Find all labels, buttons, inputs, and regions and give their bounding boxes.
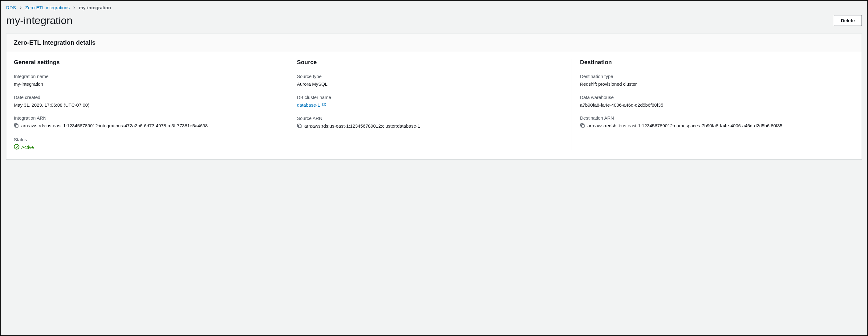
breadcrumb: RDS Zero-ETL integrations my-integration — [6, 4, 862, 15]
integration-name-field: Integration name my-integration — [14, 74, 279, 88]
details-columns: General settings Integration name my-int… — [6, 52, 862, 159]
source-heading: Source — [297, 59, 562, 66]
source-type-label: Source type — [297, 74, 562, 79]
breadcrumb-level1-link[interactable]: Zero-ETL integrations — [25, 5, 70, 10]
delete-button[interactable]: Delete — [834, 15, 862, 26]
destination-type-value: Redshift provisioned cluster — [580, 81, 845, 88]
date-created-label: Date created — [14, 95, 279, 100]
page-header: my-integration Delete — [6, 15, 862, 27]
source-type-value: Aurora MySQL — [297, 81, 562, 88]
source-type-field: Source type Aurora MySQL — [297, 74, 562, 88]
destination-column: Destination Destination type Redshift pr… — [571, 59, 854, 150]
data-warehouse-value: a7b90fa8-fa4e-4006-a46d-d2d5b6f80f35 — [580, 102, 845, 109]
general-heading: General settings — [14, 59, 279, 66]
status-value: Active — [21, 145, 34, 150]
breadcrumb-root-link[interactable]: RDS — [6, 5, 16, 10]
db-cluster-name-label: DB cluster name — [297, 95, 562, 100]
integration-arn-field: Integration ARN arn:aws:rds:us-east-1:12… — [14, 115, 279, 130]
page-title: my-integration — [6, 15, 72, 27]
panel-header: Zero-ETL integration details — [6, 34, 862, 52]
integration-name-value: my-integration — [14, 81, 279, 88]
source-arn-field: Source ARN arn:aws:rds:us-east-1:1234567… — [297, 116, 562, 131]
db-cluster-name-value: database-1 — [297, 102, 320, 108]
check-circle-icon — [14, 144, 20, 150]
integration-arn-label: Integration ARN — [14, 115, 279, 120]
svg-rect-6 — [582, 124, 584, 127]
svg-rect-1 — [16, 124, 18, 127]
source-column: Source Source type Aurora MySQL DB clust… — [288, 59, 571, 150]
destination-heading: Destination — [580, 59, 845, 66]
db-cluster-link[interactable]: database-1 — [297, 102, 326, 108]
integration-arn-value: arn:aws:rds:us-east-1:123456789012:integ… — [21, 122, 208, 130]
copy-icon[interactable] — [14, 123, 19, 130]
source-arn-label: Source ARN — [297, 116, 562, 121]
external-link-icon — [322, 102, 326, 108]
date-created-value: May 31, 2023, 17:06:08 (UTC-07:00) — [14, 102, 279, 109]
breadcrumb-current: my-integration — [79, 5, 111, 10]
svg-rect-4 — [299, 125, 301, 128]
data-warehouse-field: Data warehouse a7b90fa8-fa4e-4006-a46d-d… — [580, 95, 845, 109]
chevron-right-icon — [73, 5, 76, 10]
general-column: General settings Integration name my-int… — [14, 59, 288, 150]
data-warehouse-label: Data warehouse — [580, 95, 845, 100]
destination-arn-value: arn:aws:redshift:us-east-1:123456789012:… — [587, 122, 782, 130]
destination-type-field: Destination type Redshift provisioned cl… — [580, 74, 845, 88]
integration-name-label: Integration name — [14, 74, 279, 79]
date-created-field: Date created May 31, 2023, 17:06:08 (UTC… — [14, 95, 279, 109]
destination-arn-field: Destination ARN arn:aws:redshift:us-east… — [580, 115, 845, 130]
panel-title: Zero-ETL integration details — [14, 39, 854, 46]
details-panel: Zero-ETL integration details General set… — [6, 33, 862, 159]
copy-icon[interactable] — [580, 123, 585, 130]
destination-arn-label: Destination ARN — [580, 115, 845, 120]
db-cluster-name-field: DB cluster name database-1 — [297, 95, 562, 109]
status-field: Status Active — [14, 137, 279, 150]
destination-type-label: Destination type — [580, 74, 845, 79]
source-arn-value: arn:aws:rds:us-east-1:123456789012:clust… — [304, 123, 420, 130]
copy-icon[interactable] — [297, 123, 302, 131]
status-label: Status — [14, 137, 279, 142]
chevron-right-icon — [19, 5, 22, 10]
